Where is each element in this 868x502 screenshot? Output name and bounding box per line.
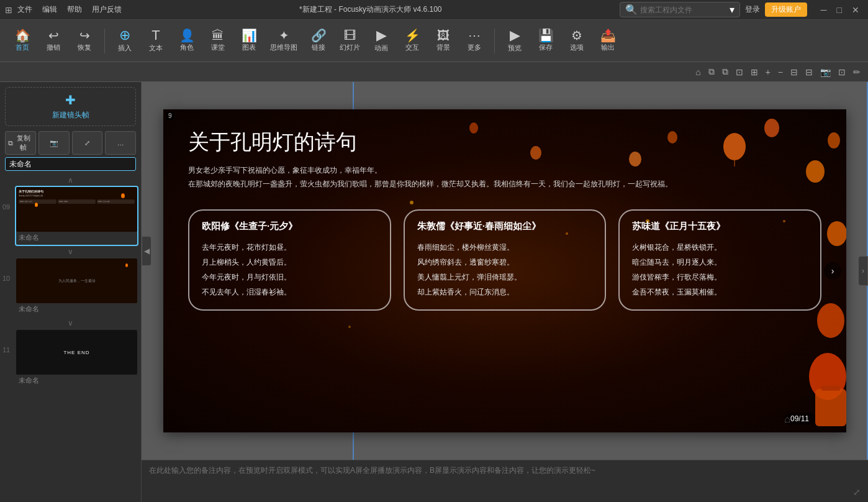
- slide-canvas: 关于孔明灯的诗句 男女老少亲手写下祝福的心愿，象征丰收成功，幸福年年。 在那城郊…: [163, 109, 846, 432]
- toolbar-text[interactable]: T 文本: [141, 26, 171, 55]
- toolbar-undo[interactable]: ↩ 撤销: [38, 27, 68, 55]
- tool-zoom-out[interactable]: −: [775, 66, 785, 78]
- thumb-9-content: 关于孔明灯的诗句 男女老少亲手写下祝福的心愿 欧阳修《生查子·元夕》 朱敦儒《好…: [16, 187, 137, 232]
- tool-copy1[interactable]: ⧉: [706, 65, 717, 78]
- upgrade-button[interactable]: 升级账户: [765, 2, 807, 17]
- undo-icon: ↩: [48, 29, 59, 42]
- toolbar-mindmap-label: 思维导图: [270, 43, 297, 52]
- copy-frame-button[interactable]: ⧉ 复制帧: [5, 131, 36, 155]
- toolbar-character[interactable]: 👤 角色: [172, 27, 202, 55]
- toolbar-slides[interactable]: 🎞 幻灯片: [335, 27, 365, 55]
- frame-name-input[interactable]: [5, 157, 136, 171]
- right-panel-collapse[interactable]: ›: [858, 256, 868, 286]
- toolbar-link[interactable]: 🔗 链接: [304, 27, 333, 55]
- toolbar-divider-1: [104, 29, 105, 53]
- toolbar-redo[interactable]: ↪ 恢复: [70, 27, 99, 55]
- toolbar-background[interactable]: 🖼 背景: [428, 27, 458, 55]
- canvas-area: 关于孔明灯的诗句 男女老少亲手写下祝福的心愿，象征丰收成功，幸福年年。 在那城郊…: [142, 82, 868, 502]
- thumb-card-2: 朱敦儒《好事近》: [58, 199, 96, 204]
- frame-badge: 9: [166, 112, 174, 120]
- tool-home[interactable]: ⌂: [693, 66, 703, 78]
- tool-edit[interactable]: ✏: [851, 66, 863, 78]
- expand-icon: ⤢: [84, 139, 90, 147]
- toolbar-animation[interactable]: ▶ 动画: [366, 26, 396, 55]
- slide-subtitle: 男女老少亲手写下祝福的心愿，象征丰收成功，幸福年年。 在那城郊的夜晚孔明灯一盏盏…: [188, 164, 821, 191]
- toolbar-mindmap[interactable]: ✦ 思维导图: [265, 27, 302, 55]
- login-button[interactable]: 登录: [745, 4, 760, 15]
- maximize-button[interactable]: □: [833, 5, 846, 15]
- poem-card-3: 苏味道《正月十五夜》 火树银花合，星桥铁锁开。 暗尘随马去，明月逐人来。 游伎皆…: [618, 209, 821, 311]
- toolbar-link-label: 链接: [312, 43, 325, 52]
- toolbar-save[interactable]: 💾 保存: [531, 27, 561, 55]
- slides-panel: ✚ 新建镜头帧 ⧉ 复制帧 📷 ⤢ … ∧ 09: [0, 82, 142, 502]
- sidebar-collapse-button[interactable]: ◀: [142, 236, 151, 266]
- slide-item-11[interactable]: THE END 未命名: [15, 329, 138, 389]
- thumb-10-content: 为人民服务，一生最珍: [58, 278, 96, 284]
- menu-help[interactable]: 帮助: [67, 4, 82, 15]
- new-frame-label: 新建镜头帧: [52, 110, 89, 121]
- slide-row-10: 10 为人民服务，一生最珍 未命名: [0, 257, 141, 317]
- window-title: *新建工程 - Focusky动画演示大师 v4.6.100: [122, 4, 620, 15]
- tool-fit2[interactable]: ⊟: [803, 66, 815, 78]
- menu-feedback[interactable]: 用户反馈: [92, 4, 122, 15]
- close-button[interactable]: ✕: [848, 5, 863, 15]
- toolbar-redo-label: 恢复: [78, 43, 91, 52]
- window-controls: ─ □ ✕: [817, 5, 863, 15]
- slide-row-9: 09 关于孔明灯的诗句 男女老少亲手写下祝福的心愿 欧阳修《生查子·元夕》 朱敦…: [0, 186, 141, 246]
- slide-content: 关于孔明灯的诗句 男女老少亲手写下祝福的心愿，象征丰收成功，幸福年年。 在那城郊…: [163, 109, 846, 432]
- lantern-decoration-3: [125, 263, 128, 267]
- toolbar-preview[interactable]: ▶ 预览: [500, 26, 530, 55]
- notes-expand-button[interactable]: ⤢: [853, 487, 861, 497]
- menu-edit[interactable]: 编辑: [42, 4, 57, 15]
- tool-zoom-in[interactable]: +: [763, 66, 773, 78]
- lantern-decoration-2: [35, 203, 38, 207]
- search-input[interactable]: [640, 6, 727, 14]
- new-frame-button[interactable]: ✚ 新建镜头帧: [5, 87, 136, 126]
- toolbar-chart-label: 图表: [242, 43, 256, 52]
- toolbar-slides-label: 幻灯片: [340, 43, 360, 52]
- toolbar-insert[interactable]: ⊕ 插入: [110, 26, 140, 55]
- tool-crop[interactable]: ⊡: [836, 66, 848, 78]
- expand-frame-button[interactable]: ⤢: [72, 131, 103, 155]
- collapse-icon: ◀: [144, 247, 150, 255]
- search-box[interactable]: 🔍 ▾: [620, 2, 740, 17]
- poem-title-2: 朱敦儒《好事近·春雨细如尘》: [417, 221, 593, 232]
- animation-icon: ▶: [376, 29, 387, 42]
- tool-frame[interactable]: ⊞: [748, 66, 761, 78]
- tool-screenshot[interactable]: 📷: [818, 66, 833, 78]
- menu-bar: 文件 编辑 帮助 用户反馈: [17, 4, 122, 15]
- settings-icon: ⚙: [571, 29, 582, 42]
- plus-icon: ✚: [65, 93, 76, 107]
- toolbar-interact[interactable]: ⚡ 交互: [397, 27, 427, 55]
- menu-file[interactable]: 文件: [17, 4, 32, 15]
- toolbar-preview-label: 预览: [508, 43, 522, 53]
- tools-bar: ⌂ ⧉ ⧉ ⊡ ⊞ + − ⊟ ⊟ 📷 ⊡ ✏: [0, 62, 868, 82]
- toolbar-chart[interactable]: 📊 图表: [234, 27, 264, 55]
- toolbar-settings-label: 选项: [570, 43, 584, 52]
- toolbar-settings[interactable]: ⚙ 选项: [562, 27, 592, 55]
- tool-fit1[interactable]: ⊟: [788, 66, 800, 78]
- minimize-button[interactable]: ─: [817, 5, 831, 15]
- notes-input[interactable]: [142, 460, 868, 502]
- nav-next-button[interactable]: ›: [824, 262, 841, 280]
- search-dropdown-icon[interactable]: ▾: [730, 4, 735, 16]
- slide-item-9[interactable]: 关于孔明灯的诗句 男女老少亲手写下祝福的心愿 欧阳修《生查子·元夕》 朱敦儒《好…: [15, 186, 138, 246]
- page-indicator: 09/11: [784, 413, 815, 425]
- toolbar-text-label: 文本: [149, 43, 163, 53]
- classroom-icon: 🏛: [212, 29, 224, 42]
- screenshot-frame-button[interactable]: 📷: [38, 131, 70, 155]
- toolbar-export[interactable]: 📤 输出: [593, 27, 623, 55]
- toolbar-more[interactable]: ⋯ 更多: [459, 27, 489, 55]
- tool-copy2[interactable]: ⧉: [720, 65, 731, 78]
- toolbar-classroom[interactable]: 🏛 课堂: [203, 27, 233, 55]
- more-frame-button[interactable]: …: [105, 131, 136, 155]
- poem-content-2: 春雨细如尘，楼外柳丝黄湿。 风约绣帘斜去，透窗纱寒碧。 美人慵翦上元灯，弹泪倚瑶…: [417, 240, 593, 299]
- tool-grid[interactable]: ⊡: [733, 66, 746, 78]
- main-canvas[interactable]: 关于孔明灯的诗句 男女老少亲手写下祝福的心愿，象征丰收成功，幸福年年。 在那城郊…: [142, 82, 868, 460]
- toolbar-home[interactable]: 🏠 首页: [7, 27, 37, 55]
- poem-content-3: 火树银花合，星桥铁锁开。 暗尘随马去，明月逐人来。 游伎皆秾李，行歌尽落梅。 金…: [632, 240, 808, 299]
- chevron-down-icon-2: ∨: [68, 319, 73, 327]
- toolbar-export-label: 输出: [601, 43, 615, 52]
- slide-item-10[interactable]: 为人民服务，一生最珍 未命名: [15, 257, 138, 317]
- home-icon: 🏠: [15, 29, 30, 42]
